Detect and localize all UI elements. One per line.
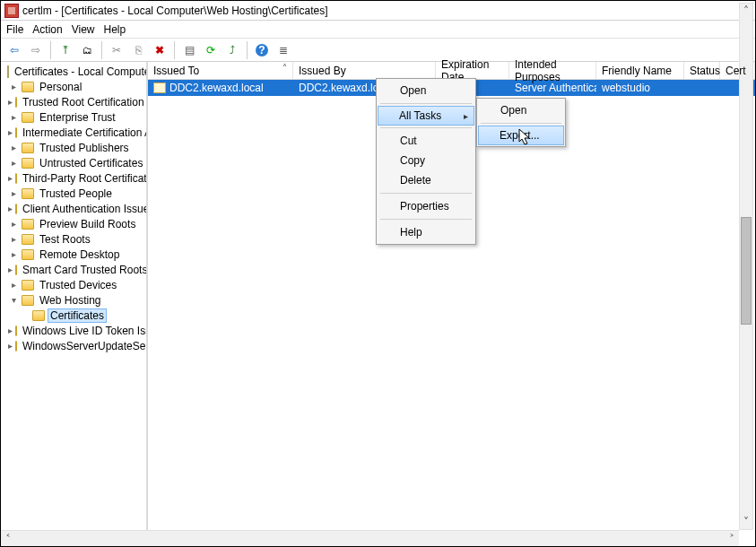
expand-icon[interactable]: ▸ <box>8 265 13 274</box>
expand-icon[interactable]: ▸ <box>8 188 19 198</box>
properties-button[interactable] <box>179 40 199 60</box>
folder-icon <box>15 326 17 336</box>
cell-issued-to: DDC2.kewaxd.local <box>169 82 264 94</box>
tree-item[interactable]: ▸Test Roots <box>1 231 146 247</box>
tree-root[interactable]: Certificates - Local Computer <box>1 64 146 79</box>
ctx-sub-open[interactable]: Open <box>479 100 563 120</box>
tree-item[interactable]: ▸Remote Desktop <box>1 247 146 262</box>
folder-icon <box>15 173 17 184</box>
ctx-delete[interactable]: Delete <box>378 170 474 190</box>
ctx-cut[interactable]: Cut <box>378 131 474 151</box>
tree-item[interactable]: ▸Third-Party Root Certification <box>1 170 146 186</box>
col-intended-purposes[interactable]: Intended Purposes <box>509 62 596 79</box>
menu-action[interactable]: Action <box>32 23 62 36</box>
window-scrollbar-vertical[interactable]: ˄ ˅ <box>739 3 753 530</box>
tree-item[interactable]: ▾Web Hosting <box>1 292 146 308</box>
col-status[interactable]: Status <box>684 62 720 79</box>
back-button[interactable] <box>4 40 24 60</box>
tree-item-certificates[interactable]: Certificates <box>1 308 146 323</box>
up-button[interactable] <box>56 40 75 60</box>
tree-item[interactable]: ▸Untrusted Certificates <box>1 155 146 170</box>
refresh-button[interactable] <box>201 40 221 60</box>
tree-item[interactable]: ▸Trusted Publishers <box>1 140 146 155</box>
help-button[interactable] <box>252 40 272 60</box>
tree-item-label: Client Authentication Issuers <box>20 202 148 216</box>
menu-view[interactable]: View <box>72 23 95 36</box>
expand-icon[interactable]: ▸ <box>8 112 19 122</box>
menubar[interactable]: File Action View Help <box>1 21 755 39</box>
ctx-copy[interactable]: Copy <box>378 151 474 170</box>
tree-item[interactable]: ▸Enterprise Trust <box>1 109 146 125</box>
col-friendly-name[interactable]: Friendly Name <box>596 62 684 79</box>
expand-icon[interactable]: ▸ <box>8 143 19 152</box>
separator <box>380 103 472 104</box>
tree-item[interactable]: ▸Personal <box>1 79 146 94</box>
scroll-down-icon[interactable]: ˅ <box>740 515 752 529</box>
expand-icon[interactable]: ▸ <box>8 173 13 183</box>
forward-button[interactable] <box>26 40 46 60</box>
menu-file[interactable]: File <box>6 23 23 36</box>
view-list-button[interactable] <box>274 40 293 60</box>
expand-icon[interactable]: ▸ <box>8 219 19 229</box>
cut-button[interactable] <box>107 40 126 60</box>
expand-icon[interactable]: ▸ <box>8 97 13 107</box>
ctx-sub-export[interactable]: Export... <box>478 126 564 145</box>
expand-icon[interactable]: ▸ <box>8 326 13 335</box>
cell-friendly: webstudio <box>596 82 684 94</box>
expand-icon[interactable]: ▾ <box>8 295 19 305</box>
tree-item[interactable]: ▸Trusted People <box>1 186 146 201</box>
column-headers[interactable]: Issued To Issued By Expiration Date Inte… <box>148 62 755 80</box>
copy-button[interactable] <box>128 40 148 60</box>
ctx-all-tasks[interactable]: All Tasks <box>378 106 474 126</box>
export-list-button[interactable] <box>222 40 242 60</box>
ctx-properties[interactable]: Properties <box>378 196 474 216</box>
tree-item-label: Remote Desktop <box>37 247 122 262</box>
tree-item[interactable]: ▸WindowsServerUpdateService <box>1 338 146 353</box>
scroll-left-icon[interactable]: ˂ <box>1 533 15 545</box>
separator <box>380 193 472 194</box>
col-issued-to[interactable]: Issued To <box>148 62 293 79</box>
folder-icon <box>22 158 34 169</box>
scroll-right-icon[interactable]: ˃ <box>725 533 739 545</box>
expand-icon[interactable]: ▸ <box>8 249 19 259</box>
scroll-up-icon[interactable]: ˄ <box>740 4 752 18</box>
ctx-help[interactable]: Help <box>378 222 474 242</box>
tree-item-label: Personal <box>37 80 84 94</box>
expand-icon[interactable]: ▸ <box>8 158 19 168</box>
col-cert-template[interactable]: Cert <box>720 62 755 79</box>
delete-button[interactable] <box>150 40 169 60</box>
tree-item-label: Preview Build Roots <box>37 217 138 231</box>
expand-icon[interactable]: ▸ <box>8 280 19 290</box>
tree-item[interactable]: ▸Preview Build Roots <box>1 216 146 231</box>
context-menu[interactable]: Open All Tasks Cut Copy Delete Propertie… <box>376 78 476 245</box>
tree-pane[interactable]: Certificates - Local Computer ▸Personal▸… <box>1 62 148 530</box>
tree-item-label: Certificates <box>48 308 107 323</box>
titlebar: certlm - [Certificates - Local Computer\… <box>1 1 755 21</box>
folder-icon <box>22 219 34 230</box>
tree-item[interactable]: ▸Intermediate Certification Au <box>1 125 146 140</box>
expand-icon[interactable]: ▸ <box>8 341 13 351</box>
folder-icon <box>15 265 17 275</box>
expand-icon[interactable]: ▸ <box>8 234 19 244</box>
tree-item[interactable]: ▸Trusted Devices <box>1 277 146 292</box>
col-issued-by[interactable]: Issued By <box>293 62 436 79</box>
expand-icon[interactable]: ▸ <box>8 127 13 137</box>
ctx-open[interactable]: Open <box>378 81 474 100</box>
expand-icon[interactable]: ▸ <box>8 82 19 91</box>
scroll-thumb[interactable] <box>741 217 752 325</box>
separator <box>380 127 472 128</box>
context-submenu-all-tasks[interactable]: Open Export... <box>476 98 566 147</box>
show-tree-button[interactable] <box>77 40 97 60</box>
tree-item-label: Windows Live ID Token Issuer <box>20 324 148 338</box>
tree-item[interactable]: ▸Trusted Root Certification Au <box>1 94 146 109</box>
tree-item[interactable]: ▸Client Authentication Issuers <box>1 201 146 216</box>
tree-item[interactable]: ▸Smart Card Trusted Roots <box>1 262 146 277</box>
tree-item-label: Smart Card Trusted Roots <box>20 263 148 277</box>
menu-help[interactable]: Help <box>104 23 126 36</box>
tree-item-label: Trusted Publishers <box>37 141 132 155</box>
folder-icon <box>15 204 17 214</box>
expand-icon[interactable]: ▸ <box>8 204 13 213</box>
tree-item[interactable]: ▸Windows Live ID Token Issuer <box>1 323 146 338</box>
horizontal-scrollbar[interactable]: ˂ ˃ <box>1 530 739 546</box>
col-expiration[interactable]: Expiration Date <box>436 62 509 79</box>
